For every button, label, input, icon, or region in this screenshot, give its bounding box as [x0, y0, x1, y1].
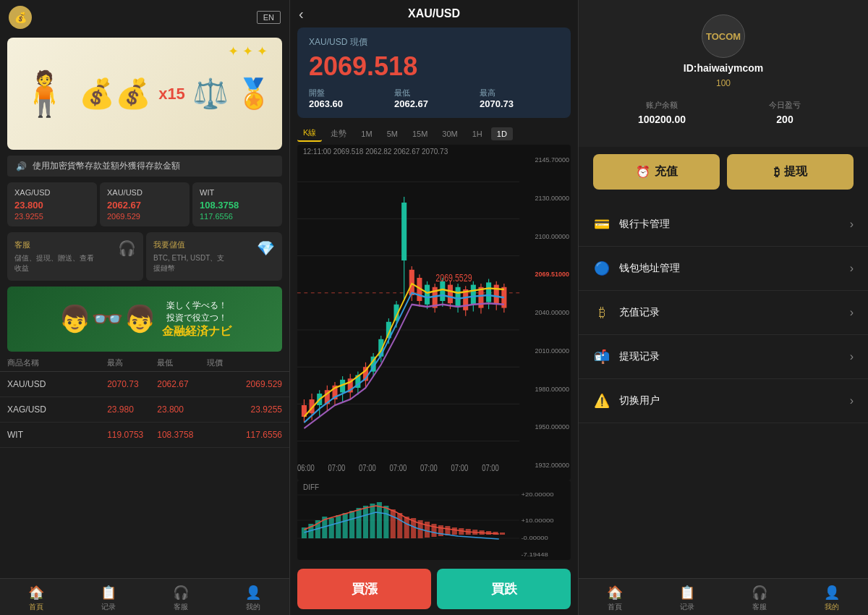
- table-row-xau[interactable]: XAU/USD 2070.73 2062.67 2069.529: [0, 372, 289, 397]
- table-row-xag[interactable]: XAG/USD 23.980 23.800 23.9255: [0, 397, 289, 423]
- right-panel: TOCOM ID:haiwaiymcom 100 账户余额 100200.00 …: [579, 0, 868, 615]
- nav-records-label: 记录: [101, 602, 116, 612]
- svg-rect-102: [500, 533, 505, 535]
- svg-rect-80: [349, 511, 354, 538]
- profile-icon: 👤: [245, 585, 261, 601]
- menu-recharge-records[interactable]: ₿ 充值记录 ›: [579, 291, 868, 335]
- marquee-text: 使用加密貨幣存款並額外獲得存款金額: [33, 160, 180, 172]
- ad-banner: 👦👓👦 楽しく学べる！投資で役立つ！ 金融経済ナビ: [7, 287, 282, 352]
- svg-rect-95: [452, 527, 457, 535]
- service-row: 客服 儲值、提現、贈送、查看收益 🎧 我要儲值 BTC, ETH, USDT、支…: [0, 229, 289, 284]
- table-row-wit[interactable]: WIT 119.0753 108.3758 117.6556: [0, 423, 289, 448]
- buy-fall-button[interactable]: 買跌: [437, 569, 571, 609]
- tab-trend[interactable]: 走勢: [325, 126, 352, 141]
- tab-1h[interactable]: 1H: [467, 127, 488, 140]
- ticker-xau[interactable]: XAU/USD 2062.67 2069.529: [100, 182, 190, 226]
- switch-user-icon: ⚠️: [593, 392, 610, 410]
- svg-text:06:00: 06:00: [297, 463, 315, 473]
- stat-open: 開盤 2063.60: [309, 88, 388, 109]
- nav-profile[interactable]: 👤 我的: [245, 585, 261, 612]
- marquee-bar: 🔊 使用加密貨幣存款並額外獲得存款金額: [7, 156, 282, 177]
- right-nav-records[interactable]: 📋 记录: [679, 585, 695, 612]
- ticker-xag[interactable]: XAG/USD 23.800 23.9255: [7, 182, 97, 226]
- bank-card-label: 银行卡管理: [619, 218, 670, 231]
- tab-30m[interactable]: 30M: [436, 127, 463, 140]
- price-stats: 開盤 2063.60 最低 2062.67 最高 2070.73: [309, 88, 559, 109]
- diff-label: DIFF: [303, 483, 319, 491]
- profile-section: TOCOM ID:haiwaiymcom 100 账户余额 100200.00 …: [579, 0, 868, 147]
- row-wit-name: WIT: [7, 430, 107, 440]
- service-deposit[interactable]: 我要儲值 BTC, ETH, USDT、支援鏈幣 💎: [146, 232, 282, 281]
- action-buttons: 買漲 買跌: [290, 563, 578, 615]
- svg-text:07:00: 07:00: [390, 463, 407, 473]
- wallet-arrow: ›: [850, 262, 854, 275]
- menu-bank-card[interactable]: 💳 银行卡管理 ›: [579, 203, 868, 247]
- switch-user-arrow: ›: [850, 394, 854, 407]
- menu-wallet-left: 🔵 钱包地址管理: [593, 260, 680, 277]
- nav-records[interactable]: 📋 记录: [101, 585, 116, 612]
- menu-wallet[interactable]: 🔵 钱包地址管理 ›: [579, 247, 868, 291]
- diff-bar: DIFF: [297, 480, 571, 560]
- withdraw-button[interactable]: ₿ 提现: [727, 154, 854, 190]
- recharge-records-arrow: ›: [850, 306, 854, 319]
- ticker-wit-name: WIT: [200, 188, 275, 197]
- stars-decoration: ✦ ✦ ✦: [228, 43, 268, 59]
- col-low-header: 最低: [157, 357, 207, 368]
- col-name-header: 商品名稱: [7, 357, 107, 368]
- tab-15m[interactable]: 15M: [407, 127, 433, 140]
- ticker-xau-change: 2069.529: [107, 212, 182, 221]
- svg-rect-41: [425, 285, 430, 305]
- right-nav-profile[interactable]: 👤 我的: [824, 585, 840, 612]
- bank-card-arrow: ›: [850, 218, 854, 231]
- price-label-4: 2040.00000: [535, 309, 569, 316]
- tab-1d[interactable]: 1D: [491, 127, 513, 140]
- stat-low-label: 最低: [394, 88, 474, 98]
- right-home-label: 首頁: [608, 602, 622, 612]
- big-price: 2069.518: [309, 51, 559, 82]
- menu-withdraw-records[interactable]: 📬 提现记录 ›: [579, 335, 868, 379]
- svg-rect-49: [456, 287, 461, 307]
- price-label-2: 2130.00000: [535, 195, 569, 202]
- service-support[interactable]: 客服 儲值、提現、贈送、查看收益 🎧: [7, 232, 143, 281]
- right-nav-support[interactable]: 🎧 客服: [752, 585, 767, 612]
- svg-rect-79: [343, 513, 348, 538]
- gold-icon: 🏅: [236, 77, 272, 111]
- nav-profile-label: 我的: [246, 602, 260, 612]
- stat-low: 最低 2062.67: [394, 88, 474, 109]
- row-xag-low: 23.800: [157, 404, 207, 415]
- svg-rect-81: [357, 508, 362, 538]
- banner-content: 🧍 💰💰 x15 ⚖️ 🏅: [17, 68, 272, 119]
- recharge-button[interactable]: ⏰ 充值: [593, 154, 720, 190]
- tab-1m[interactable]: 1M: [355, 127, 378, 140]
- menu-switch-user[interactable]: ⚠️ 切换用户 ›: [579, 379, 868, 423]
- row-xag-name: XAG/USD: [7, 404, 107, 415]
- price-label-current: 2069.51000: [535, 271, 569, 278]
- switch-user-label: 切换用户: [619, 394, 660, 407]
- buy-rise-button[interactable]: 買漲: [297, 569, 431, 609]
- svg-text:07:00: 07:00: [451, 463, 469, 473]
- ticker-wit-change: 117.6556: [200, 212, 275, 221]
- lang-badge[interactable]: EN: [257, 11, 281, 24]
- svg-rect-77: [329, 518, 334, 538]
- logo-text: TOCOM: [706, 31, 741, 42]
- nav-support[interactable]: 🎧 客服: [173, 585, 189, 612]
- back-button[interactable]: ‹: [299, 6, 304, 22]
- deposit-icon: 💎: [257, 239, 275, 257]
- chart-price-labels: 2145.70000 2130.00000 2100.00000 2069.51…: [535, 145, 569, 480]
- svg-rect-78: [336, 515, 341, 538]
- right-nav-home[interactable]: 🏠 首頁: [607, 585, 623, 612]
- right-records-icon: 📋: [679, 585, 695, 601]
- right-profile-icon: 👤: [824, 585, 840, 601]
- nav-home[interactable]: 🏠 首頁: [28, 585, 44, 612]
- recharge-label: 充值: [655, 164, 678, 179]
- tab-kline[interactable]: K線: [297, 125, 322, 142]
- stat-low-value: 2062.67: [394, 98, 474, 109]
- svg-text:-7.19448: -7.19448: [521, 551, 548, 558]
- svg-rect-86: [391, 509, 396, 538]
- candlestick-svg: 2069.5529 06:00 07:00 07:00 07:00 07:00 …: [297, 145, 571, 480]
- ticker-wit[interactable]: WIT 108.3758 117.6556: [192, 182, 282, 226]
- chart-timestamp: 12:11:00 2069.518 2062.82 2062.67 2070.7…: [303, 148, 448, 156]
- svg-text:+10.00000: +10.00000: [521, 517, 553, 524]
- tab-5m[interactable]: 5M: [381, 127, 404, 140]
- row-wit-high: 119.0753: [107, 430, 157, 440]
